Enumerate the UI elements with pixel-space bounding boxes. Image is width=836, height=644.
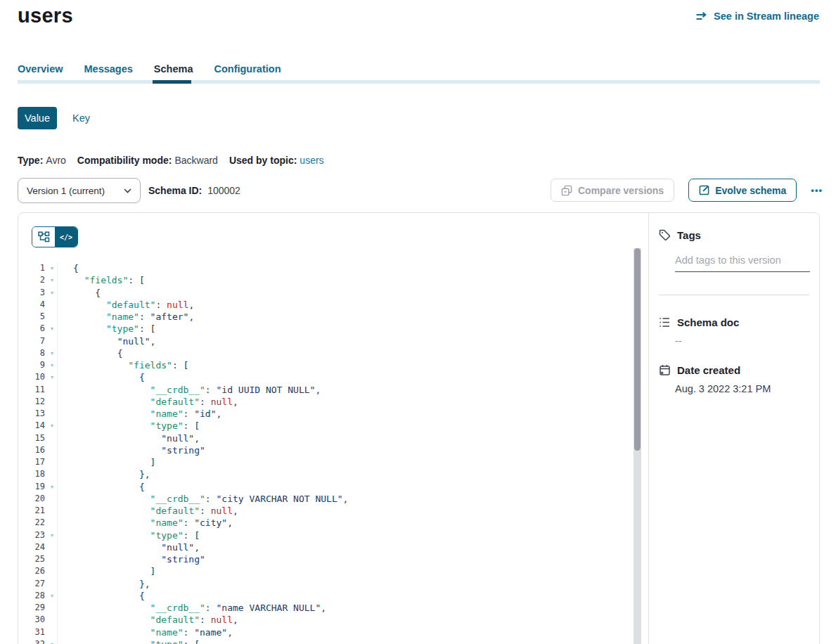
compare-versions-label: Compare versions	[578, 185, 664, 196]
code-line: 16 "string"	[18, 444, 348, 456]
code-line: 1▾{	[18, 262, 348, 274]
code-line: 32▾ "type": [	[18, 638, 348, 644]
code-line: 22 "name": "city",	[18, 517, 348, 529]
code-line: 18 },	[18, 468, 348, 480]
schema-id: Schema ID: 100002	[148, 185, 240, 196]
code-line: 15 "null",	[18, 432, 348, 444]
code-line: 8▾ {	[18, 347, 348, 359]
evolve-schema-button[interactable]: Evolve schema	[688, 179, 797, 202]
schema-doc-title: Schema doc	[677, 316, 739, 328]
meta-used-by-topic-label: Used by topic:	[229, 155, 297, 166]
code-line: 5 "name": "after",	[18, 311, 348, 323]
code-line: 31 "name": "name",	[18, 626, 348, 638]
code-line: 23▾ "type": [	[18, 529, 348, 541]
tab-bar: Overview Messages Schema Configuration	[18, 63, 281, 75]
code-line: 4 "default": null,	[18, 299, 348, 311]
code-line: 24 "null",	[18, 541, 348, 553]
tab-messages[interactable]: Messages	[84, 63, 133, 75]
schema-tree-icon	[38, 231, 50, 243]
meta-compatibility: Compatibility mode:Backward	[77, 155, 218, 166]
add-tags-input[interactable]: Add tags to this version	[675, 255, 781, 266]
code-brackets-icon: </>	[60, 233, 72, 241]
tree-view-button[interactable]	[32, 227, 55, 247]
code-line: 25 "string"	[18, 553, 348, 565]
code-line: 13 "name": "id",	[18, 408, 348, 420]
meta-type-value: Avro	[46, 155, 66, 166]
schema-doc-value: --	[675, 335, 682, 347]
meta-type-label: Type:	[18, 155, 43, 166]
schema-card: </> 1▾{2▾ "fields": [3▾ {4 "default": nu…	[18, 212, 820, 644]
editor-scrollbar-thumb[interactable]	[634, 248, 641, 451]
code-line: 11 "__crdb__": "id UUID NOT NULL",	[18, 384, 348, 396]
more-options-button[interactable]: •••	[811, 185, 823, 195]
tab-schema[interactable]: Schema	[154, 63, 193, 75]
code-line: 21 "default": null,	[18, 505, 348, 517]
evolve-schema-icon	[699, 185, 709, 195]
code-line: 10▾ {	[18, 371, 348, 383]
tags-title: Tags	[677, 229, 701, 241]
code-line: 20 "__crdb__": "city VARCHAR NOT NULL",	[18, 493, 348, 505]
schema-meta-row: Type:Avro Compatibility mode:Backward Us…	[18, 155, 324, 166]
chevron-down-icon	[124, 188, 131, 193]
code-view-button[interactable]: </>	[55, 227, 77, 247]
calendar-add-icon	[659, 364, 671, 376]
stream-lineage-label: See in Stream lineage	[714, 11, 819, 22]
stream-lineage-icon	[695, 12, 709, 21]
compare-versions-button[interactable]: Compare versions	[551, 179, 674, 202]
code-line: 14▾ "type": [	[18, 420, 348, 432]
code-line: 30 "default": null,	[18, 614, 348, 626]
compare-versions-icon	[561, 185, 572, 196]
code-lines: 1▾{2▾ "fields": [3▾ {4 "default": null,5…	[18, 262, 348, 644]
version-select[interactable]: Version 1 (current)	[18, 178, 141, 203]
meta-used-by-topic: Used by topic:users	[229, 155, 324, 166]
code-editor[interactable]: 1▾{2▾ "fields": [3▾ {4 "default": null,5…	[18, 262, 348, 644]
meta-compatibility-label: Compatibility mode:	[77, 155, 172, 166]
code-line: 3▾ {	[18, 287, 348, 299]
schema-id-value: 100002	[207, 185, 240, 196]
stream-lineage-link[interactable]: See in Stream lineage	[695, 11, 819, 22]
page-title: users	[18, 4, 73, 27]
value-toggle-button[interactable]: Value	[18, 107, 57, 129]
code-line: 2▾ "fields": [	[18, 274, 348, 286]
sidebar-divider	[659, 295, 809, 295]
tab-active-indicator	[153, 80, 191, 84]
tab-track	[18, 80, 820, 84]
date-created-section-header: Date created	[659, 364, 740, 376]
editor-view-toggle: </>	[32, 226, 78, 247]
schema-id-label: Schema ID:	[148, 185, 202, 196]
tab-overview[interactable]: Overview	[18, 63, 63, 75]
code-line: 19▾ {	[18, 481, 348, 493]
topic-link[interactable]: users	[300, 155, 323, 166]
tag-icon	[659, 229, 671, 241]
evolve-schema-label: Evolve schema	[715, 185, 786, 196]
code-line: 12 "default": null,	[18, 396, 348, 408]
code-line: 27 },	[18, 578, 348, 590]
key-toggle-button[interactable]: Key	[72, 112, 90, 124]
details-sidebar: Tags Add tags to this version Schema doc…	[649, 213, 819, 644]
tab-configuration[interactable]: Configuration	[214, 63, 281, 75]
date-created-title: Date created	[677, 364, 740, 376]
code-line: 28▾ {	[18, 590, 348, 602]
date-created-value: Aug. 3 2022 3:21 PM	[675, 383, 771, 394]
action-buttons: Compare versions Evolve schema •••	[551, 179, 823, 202]
meta-type: Type:Avro	[18, 155, 66, 166]
code-line: 29 "__crdb__": "name VARCHAR NULL",	[18, 602, 348, 614]
code-line: 9▾ "fields": [	[18, 359, 348, 371]
list-icon	[659, 317, 671, 328]
code-line: 17 ]	[18, 456, 348, 468]
schema-doc-section-header: Schema doc	[659, 316, 739, 328]
code-line: 6▾ "type": [	[18, 323, 348, 335]
version-select-value: Version 1 (current)	[27, 186, 105, 196]
add-tags-input-underline	[675, 271, 810, 272]
code-line: 7 "null",	[18, 335, 348, 347]
meta-compatibility-value: Backward	[174, 155, 217, 166]
code-line: 26 ]	[18, 565, 348, 577]
tags-section-header: Tags	[659, 229, 701, 241]
